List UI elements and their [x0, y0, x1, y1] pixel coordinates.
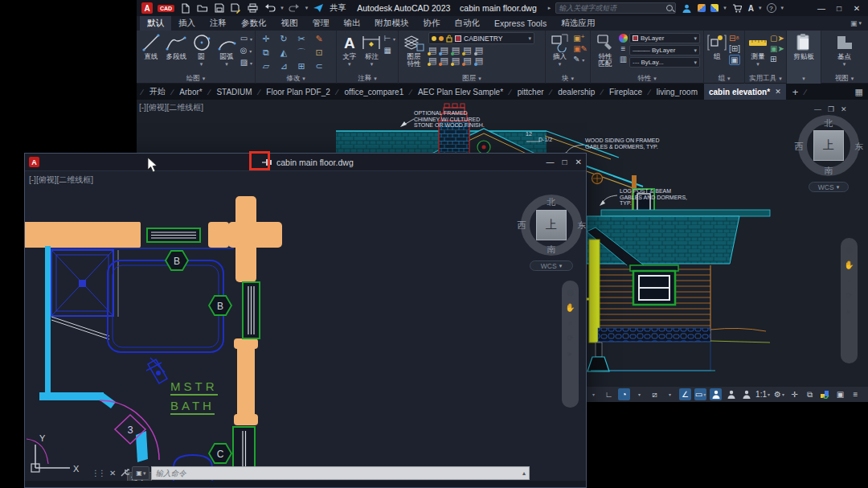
create-block-tool[interactable]: ▣⁺ — [573, 34, 588, 43]
fillet-tool[interactable]: ⌒ — [297, 47, 306, 59]
file-tab[interactable]: STADIUM — [211, 86, 256, 98]
color-wheel-icon[interactable] — [619, 34, 628, 43]
table-tool[interactable]: ▦ — [383, 46, 395, 55]
linetype-select[interactable]: ———ByLayer▾ — [629, 45, 700, 55]
search-icon[interactable] — [666, 5, 673, 11]
mirror-tool[interactable]: ◭ — [280, 47, 287, 58]
calculator-tool[interactable]: ⊞ — [770, 55, 784, 64]
autoscale-toggle[interactable] — [725, 388, 737, 400]
annotation-scale-value[interactable]: 1:1▾ — [755, 388, 770, 400]
move-tool[interactable]: ✛ — [262, 34, 269, 44]
viewcube-south[interactable]: 南 — [545, 244, 558, 256]
arc-tool[interactable]: 圆弧▾ — [215, 32, 238, 68]
group-button[interactable]: 组 — [706, 32, 727, 60]
command-history-icon[interactable]: ▴ — [522, 470, 526, 477]
annotation-monitor-toggle[interactable]: ✛ — [788, 388, 800, 400]
workspace-switching[interactable]: ⚙▾ — [773, 388, 785, 400]
insert-block-button[interactable]: 插入▾ — [548, 32, 571, 68]
wcs-menu[interactable]: WCS▾ — [809, 182, 849, 192]
layer-tool-icon[interactable]: ▤ — [475, 56, 483, 65]
panel-block-label[interactable]: 块▾ — [546, 74, 590, 84]
measure-button[interactable]: 测量▾ — [747, 32, 768, 68]
isodraft-caret-icon[interactable]: ▾ — [664, 388, 676, 400]
ribbon-tab-addins[interactable]: 附加模块 — [368, 16, 416, 31]
float-minimize-button[interactable]: — — [547, 158, 555, 166]
new-tab-button[interactable]: + — [788, 84, 804, 100]
customize-wrench-icon[interactable] — [121, 468, 129, 478]
ribbon-tab-annotate[interactable]: 注释 — [203, 16, 234, 31]
minimize-button[interactable]: — — [815, 4, 828, 13]
layer-tool-icon[interactable]: ▤ — [463, 56, 471, 65]
annotation-visibility-toggle[interactable] — [710, 388, 722, 400]
floating-title-bar[interactable]: A cabin main floor.dwg — □ ✕ — [25, 154, 586, 171]
panel-view-label[interactable]: 视图▾ — [821, 74, 867, 84]
doc-close-icon[interactable]: ✕ — [841, 105, 847, 113]
layer-dropdown[interactable]: CABINETRY ▾ — [428, 32, 534, 44]
ribbon-tab-output[interactable]: 输出 — [337, 16, 368, 31]
erase-tool[interactable]: ✎ — [315, 34, 322, 44]
file-tab-active[interactable]: cabin elevation* ✕ — [704, 84, 786, 100]
cart-icon[interactable] — [731, 2, 743, 14]
stretch-tool[interactable]: ▱ — [263, 61, 269, 72]
panel-annotation-label[interactable]: 注释▾ — [337, 74, 398, 84]
ribbon-tab-parametric[interactable]: 参数化 — [234, 16, 274, 31]
layer-tool-icon[interactable]: ▤ — [475, 46, 483, 55]
panel-draw-label[interactable]: 绘图▾ — [137, 74, 255, 84]
quick-properties-toggle[interactable]: ⧉ — [804, 388, 816, 400]
autocad-logo[interactable]: A — [141, 2, 153, 14]
recent-commands-button[interactable]: ▣▾ — [132, 466, 149, 480]
file-tab[interactable]: Floor Plan PDF_2 — [261, 86, 334, 98]
undo-button[interactable] — [264, 2, 276, 14]
file-tab[interactable]: living_room — [652, 86, 702, 98]
layer-tool-icon[interactable]: ▤ — [440, 46, 448, 55]
autodesk-apps-icon[interactable] — [710, 4, 719, 12]
edit-block-tool[interactable]: ▣✎ — [573, 44, 588, 53]
ribbon-display-caret-icon[interactable]: ▾ — [858, 20, 862, 27]
match-properties-button[interactable]: 特性 匹配 — [593, 32, 617, 68]
polar-caret-icon[interactable]: ▾ — [633, 388, 645, 400]
navigation-wheel-icon[interactable]: ◎ — [567, 289, 574, 297]
trim-tool[interactable]: ✂ — [297, 34, 305, 44]
layer-tool-icon[interactable]: ▤ — [428, 56, 436, 65]
account-menu[interactable]: A — [748, 4, 754, 13]
ribbon-tab-collaborate[interactable]: 协作 — [416, 16, 448, 31]
search-input[interactable] — [559, 4, 666, 12]
float-maximize-button[interactable]: □ — [563, 158, 567, 166]
text-tool[interactable]: A文字▾ — [339, 32, 359, 68]
ribbon-tab-view[interactable]: 视图 — [274, 16, 305, 31]
viewcube-top-face[interactable]: 上 — [813, 130, 844, 161]
panel-utilities-label[interactable]: 实用工具▾ — [745, 74, 786, 84]
pan-icon[interactable]: ✋ — [565, 304, 575, 312]
layer-tool-icon[interactable]: ▤ — [452, 46, 460, 55]
graphics-performance-icon[interactable] — [819, 388, 831, 400]
command-close-icon[interactable]: ✕ — [109, 469, 116, 478]
plot-button[interactable] — [247, 2, 259, 14]
file-tab[interactable]: pittcher — [513, 86, 549, 98]
layer-properties-button[interactable]: 图层 特性 — [401, 32, 427, 68]
file-tab[interactable]: dealership — [553, 86, 600, 98]
orbit-icon[interactable]: ⟳ — [567, 334, 573, 342]
clipboard-button[interactable]: 剪贴板 — [789, 32, 818, 60]
file-tab[interactable]: Arbor* — [174, 86, 207, 98]
ribbon-tab-featured[interactable]: 精选应用 — [554, 16, 602, 31]
ungroup-tool[interactable]: ⊟⁸ — [729, 34, 740, 43]
panel-group-label[interactable]: 组▾ — [704, 74, 744, 84]
rotate-tool[interactable]: ↻ — [280, 34, 287, 44]
zoom-icon[interactable]: ⌕ — [568, 319, 573, 327]
command-grip[interactable]: ⋮⋮ — [92, 469, 104, 478]
command-input[interactable] — [155, 469, 522, 478]
panel-clipboard-label[interactable]: ▾ — [787, 74, 821, 84]
floating-drawing-area[interactable]: 3 B B C Y X [-][俯视][二维线框] MSTR BATH — [25, 171, 586, 487]
object-color-select[interactable]: ByLayer▾ — [629, 33, 700, 43]
pan-icon[interactable]: ✋ — [844, 261, 854, 269]
wcs-menu[interactable]: WCS▾ — [530, 260, 573, 271]
close-button[interactable]: ✕ — [850, 4, 863, 13]
group-edit-tool[interactable]: [⊞] — [729, 44, 740, 53]
open-file-button[interactable] — [196, 2, 208, 14]
isodraft-toggle[interactable]: ⧄ — [649, 388, 661, 400]
polar-tracking-toggle[interactable]: ◔ — [618, 388, 630, 400]
ribbon-tab-manage[interactable]: 管理 — [305, 16, 337, 31]
quick-select-tool[interactable]: ▢➤ — [770, 34, 784, 43]
circle-tool[interactable]: 圆▾ — [190, 32, 213, 68]
help-caret-icon[interactable]: ▾ — [781, 5, 784, 11]
